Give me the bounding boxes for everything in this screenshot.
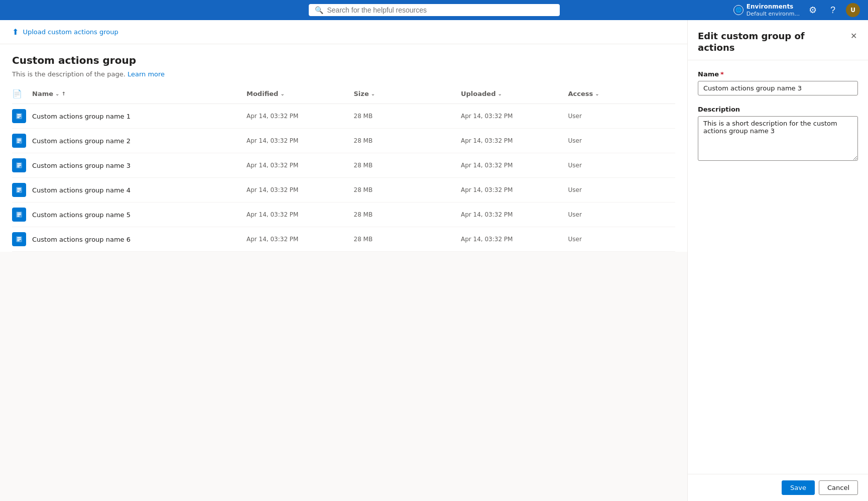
name-field-label: Name * <box>698 70 858 78</box>
col-access-header[interactable]: Access ⌄ <box>568 90 676 97</box>
table-row[interactable]: Custom actions group name 3 Apr 14, 03:3… <box>12 153 675 178</box>
page-header: Custom actions group This is the descrip… <box>0 44 687 84</box>
col-modified-header[interactable]: Modified ⌄ <box>246 90 354 97</box>
svg-rect-14 <box>17 189 21 190</box>
col-name-header[interactable]: Name ⌄ ↑ <box>32 90 246 97</box>
col-uploaded-header[interactable]: Uploaded ⌄ <box>461 90 568 97</box>
side-panel: Edit custom group of actions ✕ Name * De… <box>687 20 868 501</box>
row-icon <box>12 183 32 197</box>
environment-text: Environments Default environm... <box>747 3 800 17</box>
row-size: 28 MB <box>354 211 461 218</box>
row-name: Custom actions group name 4 <box>32 186 246 194</box>
row-size: 28 MB <box>354 113 461 120</box>
row-uploaded: Apr 14, 03:32 PM <box>461 211 568 218</box>
close-panel-button[interactable]: ✕ <box>849 30 858 42</box>
row-uploaded: Apr 14, 03:32 PM <box>461 137 568 144</box>
save-button[interactable]: Save <box>782 480 815 495</box>
content-area: ⬆ Upload custom actions group Custom act… <box>0 20 687 501</box>
description-text: This is the description of the page. <box>12 70 126 78</box>
search-box: 🔍 <box>309 4 560 16</box>
svg-rect-17 <box>17 213 21 214</box>
environment-icon: 🌐 <box>733 5 743 15</box>
panel-footer: Save Cancel <box>688 474 868 501</box>
row-icon <box>12 232 32 246</box>
svg-rect-13 <box>17 188 21 189</box>
settings-button[interactable]: ⚙ <box>806 3 820 17</box>
panel-title: Edit custom group of actions <box>698 30 843 54</box>
table-row[interactable]: Custom actions group name 4 Apr 14, 03:3… <box>12 178 675 203</box>
col-uploaded-label: Uploaded <box>461 90 495 97</box>
top-bar: 🔍 🌐 Environments Default environm... ⚙ ?… <box>0 0 868 20</box>
svg-rect-11 <box>17 166 20 167</box>
row-name: Custom actions group name 6 <box>32 236 246 243</box>
row-icon <box>12 109 32 123</box>
row-icon <box>12 134 32 148</box>
svg-rect-18 <box>17 214 21 215</box>
svg-rect-5 <box>17 139 21 140</box>
svg-rect-1 <box>17 114 21 115</box>
svg-rect-9 <box>17 163 21 164</box>
row-size: 28 MB <box>354 137 461 144</box>
sort-uploaded-icon: ⌄ <box>498 91 502 96</box>
row-access: User <box>568 236 676 243</box>
avatar[interactable]: U <box>846 3 860 17</box>
row-name: Custom actions group name 3 <box>32 162 246 169</box>
cancel-button[interactable]: Cancel <box>819 480 858 495</box>
row-modified: Apr 14, 03:32 PM <box>246 137 354 144</box>
col-size-label: Size <box>354 90 369 97</box>
search-input[interactable] <box>327 6 554 14</box>
row-access: User <box>568 162 676 169</box>
svg-rect-3 <box>17 117 20 118</box>
file-table: 📄 Name ⌄ ↑ Modified ⌄ Size ⌄ Uploaded <box>0 84 687 252</box>
learn-more-link[interactable]: Learn more <box>128 70 165 78</box>
panel-header: Edit custom group of actions ✕ <box>688 20 868 60</box>
svg-rect-19 <box>17 216 20 217</box>
col-size-header[interactable]: Size ⌄ <box>354 90 461 97</box>
environment-title: Environments <box>747 3 800 10</box>
table-row[interactable]: Custom actions group name 2 Apr 14, 03:3… <box>12 129 675 153</box>
svg-rect-22 <box>17 239 21 240</box>
row-access: User <box>568 211 676 218</box>
row-icon <box>12 158 32 172</box>
sort-size-icon: ⌄ <box>371 91 375 96</box>
page-description: This is the description of the page. Lea… <box>12 70 675 78</box>
name-field-group: Name * <box>698 70 858 95</box>
search-container: 🔍 <box>309 4 560 16</box>
table-row[interactable]: Custom actions group name 6 Apr 14, 03:3… <box>12 227 675 252</box>
upload-link[interactable]: Upload custom actions group <box>23 28 118 36</box>
row-uploaded: Apr 14, 03:32 PM <box>461 186 568 193</box>
row-access: User <box>568 113 676 120</box>
svg-rect-23 <box>17 240 20 241</box>
search-icon: 🔍 <box>315 6 323 14</box>
name-required-marker: * <box>720 70 724 78</box>
top-bar-right: 🌐 Environments Default environm... ⚙ ? U <box>733 3 860 17</box>
row-modified: Apr 14, 03:32 PM <box>246 236 354 243</box>
name-label-text: Name <box>698 70 719 78</box>
row-uploaded: Apr 14, 03:32 PM <box>461 113 568 120</box>
name-input[interactable] <box>698 81 858 95</box>
row-uploaded: Apr 14, 03:32 PM <box>461 236 568 243</box>
page-title: Custom actions group <box>12 54 675 66</box>
svg-rect-7 <box>17 142 20 143</box>
row-name: Custom actions group name 1 <box>32 113 246 120</box>
environment-name: Default environm... <box>747 11 800 17</box>
row-size: 28 MB <box>354 186 461 193</box>
col-modified-label: Modified <box>246 90 278 97</box>
sort-down-icon: ⌄ <box>55 91 59 96</box>
row-modified: Apr 14, 03:32 PM <box>246 113 354 120</box>
description-textarea[interactable] <box>698 116 858 161</box>
panel-body: Name * Description <box>688 60 868 474</box>
row-access: User <box>568 137 676 144</box>
row-modified: Apr 14, 03:32 PM <box>246 186 354 193</box>
help-button[interactable]: ? <box>826 3 840 17</box>
row-modified: Apr 14, 03:32 PM <box>246 211 354 218</box>
environment-selector[interactable]: 🌐 Environments Default environm... <box>733 3 800 17</box>
sort-modified-icon: ⌄ <box>280 91 284 96</box>
table-rows: Custom actions group name 1 Apr 14, 03:3… <box>12 104 675 252</box>
description-field-group: Description <box>698 106 858 162</box>
row-name: Custom actions group name 2 <box>32 137 246 145</box>
col-icon-header: 📄 <box>12 89 32 98</box>
table-row[interactable]: Custom actions group name 1 Apr 14, 03:3… <box>12 104 675 129</box>
row-icon <box>12 208 32 222</box>
table-row[interactable]: Custom actions group name 5 Apr 14, 03:3… <box>12 203 675 227</box>
